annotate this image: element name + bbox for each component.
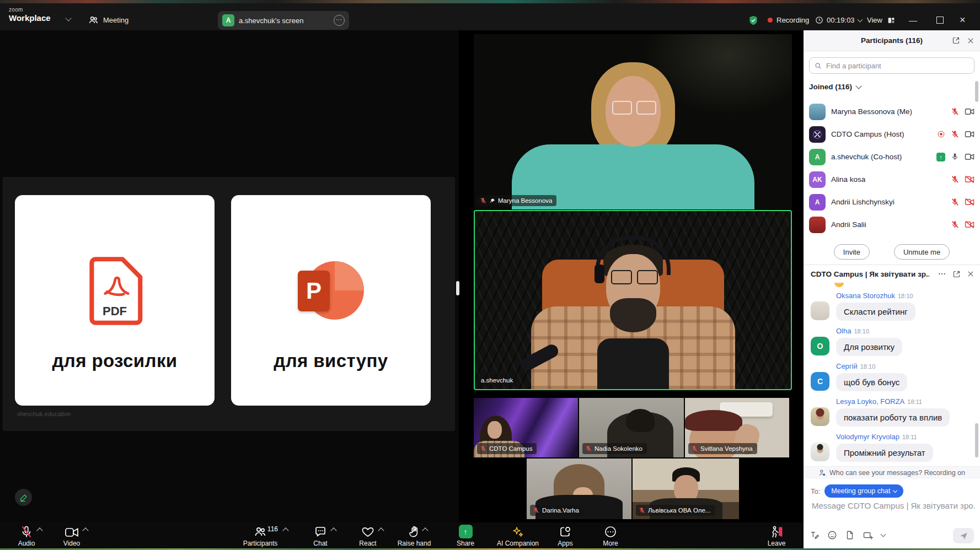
tab-meeting[interactable]: Meeting — [88, 11, 128, 29]
avatar: A — [809, 194, 826, 211]
format-text-icon[interactable] — [810, 530, 820, 540]
react-button[interactable]: React — [349, 524, 387, 547]
chat-message: Volodymyr Kryvolap18:11 Проміжний резуль… — [811, 432, 973, 462]
raise-hand-button[interactable]: Raise hand — [389, 524, 439, 547]
video-button[interactable]: Video — [51, 524, 93, 547]
video-label-shevchuk: a.shevchuk — [478, 375, 517, 386]
more-options-icon[interactable] — [938, 269, 946, 278]
chat-button[interactable]: Chat — [301, 524, 340, 547]
video-tile-maryna[interactable]: Maryna Bessonova — [474, 34, 792, 209]
video-label-svitlana: Svitlana Vepshyna — [688, 443, 757, 454]
view-grid-icon — [887, 16, 896, 25]
emoji-icon[interactable] — [827, 530, 837, 540]
file-attach-icon[interactable] — [845, 530, 855, 540]
chat-scrollbar[interactable] — [975, 423, 978, 457]
participants-button[interactable]: 116 Participants — [235, 524, 285, 547]
video-tile-darina[interactable]: Darina.Varha — [527, 459, 631, 519]
participant-row[interactable]: CDTO Campus (Host) — [809, 123, 974, 145]
popout-icon[interactable] — [952, 270, 961, 278]
search-input[interactable] — [825, 61, 969, 71]
video-tile-cdto[interactable]: CDTO Campus — [474, 398, 578, 457]
participant-search[interactable] — [809, 57, 974, 74]
chat-input-wrap — [811, 500, 974, 511]
participants-options-chevron-icon[interactable] — [282, 527, 288, 533]
title-bar: zoom Workplace Meeting A a.shevchuk's sc… — [0, 3, 980, 30]
workspace-chevron-down-icon[interactable] — [65, 15, 71, 21]
mic-muted-icon — [585, 445, 592, 452]
recipient-selector[interactable]: Meeting group chat — [824, 484, 903, 498]
watermark: shevchuk.education — [17, 411, 71, 417]
chevron-down-icon — [893, 488, 897, 493]
pin-icon — [489, 198, 495, 204]
security-shield[interactable] — [748, 7, 759, 34]
participant-row[interactable]: Andrii Salii — [809, 213, 974, 236]
avatar: A — [809, 149, 826, 165]
audio-options-chevron-icon[interactable] — [36, 527, 42, 533]
card-pdf-caption: для розсилки — [52, 351, 177, 371]
video-tile-nadia[interactable]: Nadia Sokolenko — [579, 398, 684, 457]
video-label-cdto: CDTO Campus — [477, 443, 537, 454]
close-participants-icon[interactable] — [967, 37, 974, 45]
invite-button[interactable]: Invite — [834, 244, 870, 260]
brand-zoom: zoom — [9, 7, 51, 13]
tab-shared-screen[interactable]: A a.shevchuk's screen ⋯ — [218, 11, 349, 30]
maximize-button[interactable] — [936, 7, 944, 34]
participant-row[interactable]: A Andrii Lishchynskyi — [809, 191, 974, 213]
share-button[interactable]: ↑ Share — [446, 524, 485, 547]
panel-resize-handle[interactable] — [456, 281, 459, 295]
chevron-down-icon[interactable] — [881, 531, 886, 537]
decor — [685, 410, 742, 431]
video-tile-lvivska[interactable]: Львівська ОВА Оле... — [633, 459, 739, 519]
popout-icon[interactable] — [952, 36, 960, 45]
camera-off-icon — [965, 220, 974, 229]
participants-scrollbar[interactable] — [975, 81, 978, 102]
close-chat-icon[interactable] — [967, 270, 974, 278]
view-button[interactable]: View — [867, 7, 896, 34]
meeting-timer[interactable]: 00:19:03 — [815, 7, 862, 34]
message-bubble: Скласти рейтинг — [836, 303, 915, 321]
raise-hand-options-chevron-icon[interactable] — [422, 527, 428, 533]
chat-privacy-notice[interactable]: Who can see your messages? Recording on — [804, 466, 980, 479]
chat-messages[interactable]: Oksana Storozhuk18:10 Скласти рейтинг O … — [804, 283, 980, 466]
ai-companion-button[interactable]: AI Companion — [490, 524, 545, 547]
decor — [595, 265, 604, 283]
participant-row[interactable]: Maryna Bessonova (Me) — [809, 100, 974, 123]
screen-tab-options-icon[interactable]: ⋯ — [334, 15, 345, 26]
tab-meeting-label: Meeting — [103, 16, 128, 24]
more-button[interactable]: More — [591, 524, 630, 547]
chat-header: CDTO Campus | Як звітувати зр... — [804, 265, 980, 283]
recording-indicator[interactable]: Recording — [768, 7, 809, 34]
more-ellipsis-icon — [604, 525, 617, 538]
close-button[interactable]: × — [960, 7, 976, 34]
react-options-chevron-icon[interactable] — [378, 527, 384, 533]
decor — [488, 421, 502, 439]
participant-row[interactable]: A a.shevchuk (Co-host) ↑ — [809, 145, 974, 168]
annotate-button[interactable] — [15, 489, 32, 506]
chat-title: CDTO Campus | Як звітувати зр... — [811, 270, 929, 278]
zoom-meeting-window: zoom Workplace Meeting A a.shevchuk's sc… — [0, 0, 980, 550]
mic-muted-icon — [951, 198, 959, 206]
people-icon — [88, 15, 99, 25]
audio-button[interactable]: Audio — [6, 524, 47, 547]
video-options-chevron-icon[interactable] — [82, 527, 88, 533]
minimize-icon: — — [909, 15, 917, 25]
powerpoint-icon: P — [298, 255, 364, 327]
leave-button[interactable]: Leave — [757, 524, 796, 547]
decor — [636, 101, 656, 115]
mic-muted-icon — [480, 445, 486, 452]
mic-muted-icon — [951, 107, 959, 116]
avatar: C — [811, 372, 829, 391]
send-button[interactable] — [953, 528, 974, 543]
unmute-me-button[interactable]: Unmute me — [894, 244, 950, 260]
joined-group-toggle[interactable]: Joined (116) — [809, 83, 861, 91]
video-tile-svitlana[interactable]: Svitlana Vepshyna — [685, 398, 789, 457]
video-tile-shevchuk-active[interactable]: a.shevchuk — [474, 210, 792, 390]
clock-icon — [815, 16, 823, 24]
screenshot-icon[interactable] — [863, 530, 874, 540]
search-icon — [815, 62, 822, 69]
chat-input[interactable] — [811, 500, 976, 511]
chat-options-chevron-icon[interactable] — [330, 527, 336, 533]
apps-button[interactable]: Apps — [546, 524, 585, 547]
minimize-button[interactable]: — — [909, 7, 925, 34]
participant-row[interactable]: AK Alina kosa — [809, 168, 974, 191]
